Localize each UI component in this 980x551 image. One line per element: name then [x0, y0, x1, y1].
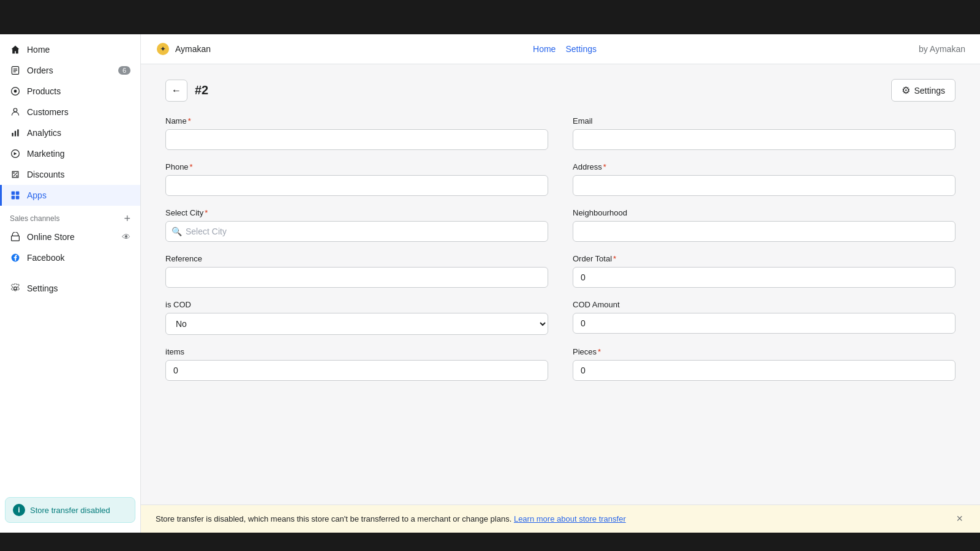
- breadcrumb-nav: Home Settings: [533, 44, 597, 54]
- neighbourhood-field-group: Neighbourhood: [573, 208, 956, 242]
- pieces-field-group: Pieces*: [573, 347, 956, 381]
- store-logo-icon: ✦: [156, 42, 170, 56]
- page-content: ← #2 ⚙ Settings Name*: [141, 64, 980, 504]
- marketing-icon: [10, 148, 21, 159]
- content-area: ✦ Aymakan Home Settings by Aymakan ← #2: [141, 34, 980, 533]
- svg-rect-15: [16, 192, 20, 195]
- name-label: Name*: [165, 116, 548, 126]
- sidebar-item-discounts[interactable]: Discounts: [0, 164, 140, 185]
- store-header: ✦ Aymakan Home Settings by Aymakan: [141, 34, 980, 64]
- orders-badge: 6: [118, 66, 130, 75]
- city-search-input[interactable]: [165, 221, 548, 242]
- pieces-label: Pieces*: [573, 347, 956, 356]
- back-button[interactable]: ←: [165, 80, 187, 102]
- settings-nav-icon: [10, 283, 21, 294]
- store-name: Aymakan: [175, 44, 211, 54]
- gear-icon: ⚙: [902, 84, 910, 96]
- add-sales-channel-icon[interactable]: +: [124, 213, 130, 224]
- reference-field-group: Reference: [165, 254, 548, 288]
- eye-icon: 👁: [122, 232, 130, 242]
- facebook-icon: [10, 252, 21, 263]
- phone-label: Phone*: [165, 162, 548, 171]
- discounts-icon: [10, 169, 21, 180]
- by-label: by Aymakan: [919, 44, 965, 54]
- banner-close-button[interactable]: ×: [954, 512, 965, 525]
- svg-text:✦: ✦: [160, 45, 166, 53]
- customers-icon: [10, 107, 21, 118]
- neighbourhood-label: Neighbourhood: [573, 208, 956, 217]
- sidebar-bottom: i Store transfer disabled: [0, 492, 140, 528]
- sales-channels-section: Sales channels +: [0, 206, 140, 227]
- sidebar-item-analytics[interactable]: Analytics: [0, 122, 140, 143]
- cod-amount-field-group: COD Amount: [573, 300, 956, 335]
- sidebar-item-home[interactable]: Home: [0, 39, 140, 60]
- is-cod-select[interactable]: No Yes: [165, 313, 548, 335]
- store-transfer-notice: i Store transfer disabled: [5, 497, 135, 523]
- sidebar-item-apps[interactable]: Apps: [0, 185, 140, 206]
- reference-input[interactable]: [165, 267, 548, 288]
- address-input[interactable]: [573, 175, 956, 196]
- address-label: Address*: [573, 162, 956, 171]
- svg-rect-14: [12, 192, 15, 195]
- order-total-label: Order Total*: [573, 254, 956, 263]
- items-field-group: items: [165, 347, 548, 381]
- apps-icon: [10, 190, 21, 201]
- is-cod-field-group: is COD No Yes: [165, 300, 548, 335]
- items-input[interactable]: [165, 360, 548, 381]
- page-header: ← #2 ⚙ Settings: [165, 79, 956, 102]
- city-label: Select City*: [165, 208, 548, 217]
- svg-rect-8: [15, 131, 16, 137]
- sidebar-item-orders[interactable]: Orders 6: [0, 60, 140, 81]
- phone-input[interactable]: [165, 175, 548, 196]
- svg-rect-17: [16, 196, 20, 200]
- reference-label: Reference: [165, 254, 548, 263]
- order-form: Name* Email Phone*: [165, 116, 956, 381]
- svg-rect-16: [12, 196, 15, 200]
- svg-point-13: [16, 175, 17, 176]
- products-icon: [10, 86, 21, 97]
- svg-rect-7: [12, 133, 13, 137]
- banner-text: Store transfer is disabled, which means …: [156, 514, 626, 523]
- settings-button[interactable]: ⚙ Settings: [891, 79, 956, 102]
- analytics-icon: [10, 127, 21, 138]
- email-field-group: Email: [573, 116, 956, 150]
- phone-field-group: Phone*: [165, 162, 548, 196]
- search-icon: 🔍: [172, 227, 182, 236]
- info-icon: i: [13, 504, 25, 516]
- svg-rect-18: [12, 236, 20, 241]
- email-label: Email: [573, 116, 956, 126]
- store-icon: [10, 231, 21, 242]
- page-title: #2: [195, 83, 208, 97]
- neighbourhood-input[interactable]: [573, 221, 956, 242]
- sidebar-item-online-store[interactable]: Online Store 👁: [0, 227, 140, 247]
- order-total-field-group: Order Total*: [573, 254, 956, 288]
- sidebar-nav: Home Orders 6 Products: [0, 39, 140, 206]
- cod-amount-input[interactable]: [573, 313, 956, 334]
- name-field-group: Name*: [165, 116, 548, 150]
- sidebar-item-facebook[interactable]: Facebook: [0, 247, 140, 268]
- order-total-input[interactable]: [573, 267, 956, 288]
- svg-rect-9: [17, 129, 18, 136]
- breadcrumb-settings[interactable]: Settings: [565, 44, 597, 54]
- sidebar: Home Orders 6 Products: [0, 34, 141, 533]
- city-field-group: Select City* 🔍: [165, 208, 548, 242]
- breadcrumb-home[interactable]: Home: [533, 44, 556, 54]
- svg-point-5: [14, 90, 17, 93]
- svg-point-6: [13, 108, 17, 112]
- page-header-left: ← #2: [165, 80, 208, 102]
- pieces-input[interactable]: [573, 360, 956, 381]
- email-input[interactable]: [573, 129, 956, 150]
- sidebar-item-settings[interactable]: Settings: [0, 278, 140, 299]
- sidebar-item-products[interactable]: Products: [0, 81, 140, 102]
- items-label: items: [165, 347, 548, 356]
- sidebar-item-marketing[interactable]: Marketing: [0, 143, 140, 164]
- store-header-left: ✦ Aymakan: [156, 42, 211, 56]
- name-input[interactable]: [165, 129, 548, 150]
- sidebar-item-customers[interactable]: Customers: [0, 102, 140, 122]
- banner-link[interactable]: Learn more about store transfer: [514, 514, 626, 523]
- store-transfer-banner: Store transfer is disabled, which means …: [141, 504, 980, 533]
- city-search-wrapper: 🔍: [165, 221, 548, 242]
- cod-amount-label: COD Amount: [573, 300, 956, 309]
- home-icon: [10, 44, 21, 55]
- orders-icon: [10, 65, 21, 76]
